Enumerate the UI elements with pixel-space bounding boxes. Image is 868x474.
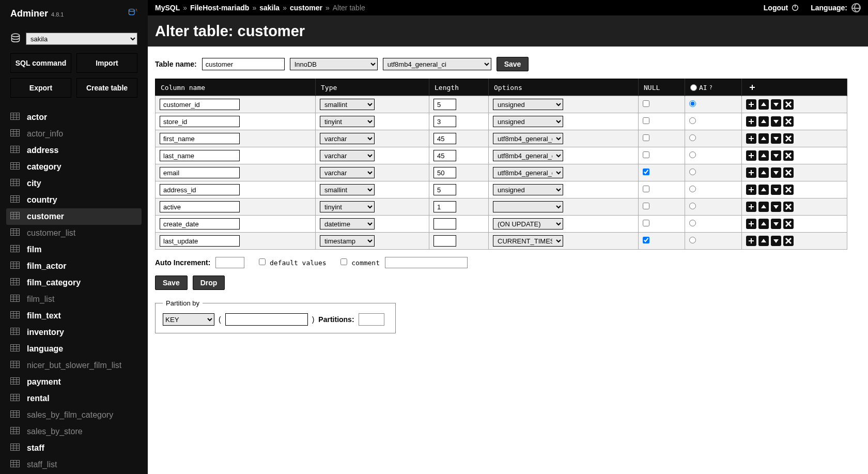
row-add-icon[interactable] — [746, 167, 756, 178]
row-up-icon[interactable] — [758, 167, 769, 178]
sidebar-table-item[interactable]: rental — [10, 390, 137, 407]
row-add-icon[interactable] — [746, 219, 756, 229]
column-options-select[interactable]: unsigned — [493, 116, 563, 127]
column-type-select[interactable]: smallint — [320, 99, 375, 110]
row-up-icon[interactable] — [758, 236, 769, 246]
row-remove-icon[interactable] — [783, 133, 794, 144]
export-button[interactable]: Export — [10, 78, 71, 98]
database-select[interactable]: sakila — [26, 33, 137, 45]
column-options-select[interactable] — [493, 201, 563, 212]
breadcrumb-item[interactable]: MySQL — [155, 4, 180, 12]
row-add-icon[interactable] — [746, 150, 756, 161]
row-add-icon[interactable] — [746, 133, 756, 144]
sidebar-table-item[interactable]: nicer_but_slower_film_list — [10, 357, 137, 374]
row-add-icon[interactable] — [746, 236, 756, 246]
save-button-bottom[interactable]: Save — [155, 276, 188, 290]
row-up-icon[interactable] — [758, 133, 769, 144]
column-type-select[interactable]: smallint — [320, 184, 375, 195]
partitions-count-input[interactable] — [359, 313, 384, 326]
row-up-icon[interactable] — [758, 116, 769, 127]
sidebar-table-item[interactable]: language — [10, 341, 137, 357]
column-ai-radio[interactable] — [689, 100, 696, 107]
column-options-select[interactable]: unsigned — [493, 99, 563, 110]
column-ai-radio[interactable] — [689, 151, 696, 158]
sidebar-table-item[interactable]: staff_list — [10, 456, 137, 473]
import-button[interactable]: Import — [76, 53, 137, 73]
column-name-input[interactable] — [160, 150, 240, 161]
sidebar-table-item[interactable]: city — [10, 175, 137, 192]
breadcrumb-item[interactable]: FileHost-mariadb — [190, 4, 249, 12]
column-name-input[interactable] — [160, 201, 240, 212]
sidebar-table-item[interactable]: film_category — [10, 274, 137, 291]
column-length-input[interactable] — [433, 184, 456, 195]
row-up-icon[interactable] — [758, 99, 769, 110]
collation-select[interactable]: utf8mb4_general_ci — [383, 58, 491, 70]
brand[interactable]: Adminer 4.8.1 — [10, 8, 64, 19]
row-remove-icon[interactable] — [783, 185, 794, 195]
column-null-checkbox[interactable] — [643, 220, 649, 226]
column-ai-radio[interactable] — [689, 117, 696, 124]
row-remove-icon[interactable] — [783, 150, 794, 161]
column-ai-radio[interactable] — [689, 134, 696, 141]
sidebar-table-item[interactable]: sales_by_store — [10, 423, 137, 440]
sidebar-table-item[interactable]: actor — [10, 109, 137, 126]
add-column-button[interactable] — [747, 82, 757, 93]
row-up-icon[interactable] — [758, 219, 769, 229]
column-options-select[interactable]: unsigned — [493, 184, 563, 195]
row-add-icon[interactable] — [746, 202, 756, 212]
row-up-icon[interactable] — [758, 150, 769, 161]
column-name-input[interactable] — [160, 218, 240, 230]
column-length-input[interactable] — [433, 201, 456, 212]
row-up-icon[interactable] — [758, 185, 769, 195]
auto-increment-input[interactable] — [215, 257, 244, 268]
drop-button[interactable]: Drop — [193, 276, 225, 290]
column-ai-radio[interactable] — [689, 220, 696, 226]
db-sync-icon[interactable]: ↻? — [128, 8, 137, 19]
column-type-select[interactable]: datetime — [320, 218, 375, 230]
sidebar-table-item[interactable]: film_text — [10, 308, 137, 324]
column-length-input[interactable] — [433, 150, 456, 161]
sidebar-table-item[interactable]: staff — [10, 440, 137, 456]
column-null-checkbox[interactable] — [643, 151, 649, 158]
column-type-select[interactable]: tinyint — [320, 116, 375, 127]
logout-link[interactable]: Logout — [764, 4, 799, 12]
row-down-icon[interactable] — [771, 236, 781, 246]
sidebar-table-item[interactable]: country — [10, 192, 137, 208]
sidebar-table-item[interactable]: film_actor — [10, 258, 137, 274]
sidebar-table-item[interactable]: film — [10, 241, 137, 258]
sidebar-table-item[interactable]: customer_list — [10, 225, 137, 241]
row-up-icon[interactable] — [758, 202, 769, 212]
sidebar-table-item[interactable]: inventory — [10, 324, 137, 341]
column-length-input[interactable] — [433, 99, 456, 110]
column-name-input[interactable] — [160, 184, 240, 195]
create-table-button[interactable]: Create table — [76, 78, 137, 98]
column-null-checkbox[interactable] — [643, 186, 649, 192]
column-null-checkbox[interactable] — [643, 134, 649, 141]
sidebar-table-item[interactable]: address — [10, 142, 137, 159]
column-options-select[interactable]: utf8mb4_general_ci — [493, 167, 563, 178]
column-ai-radio[interactable] — [689, 186, 696, 192]
column-name-input[interactable] — [160, 167, 240, 178]
ai-none-radio[interactable] — [690, 84, 697, 91]
sidebar-table-item[interactable]: sales_by_film_category — [10, 407, 137, 423]
column-options-select[interactable]: utf8mb4_general_ci — [493, 150, 563, 161]
column-null-checkbox[interactable] — [643, 169, 649, 175]
breadcrumb-item[interactable]: customer — [290, 4, 322, 12]
row-add-icon[interactable] — [746, 185, 756, 195]
row-down-icon[interactable] — [771, 185, 781, 195]
column-name-input[interactable] — [160, 133, 240, 144]
row-remove-icon[interactable] — [783, 116, 794, 127]
row-down-icon[interactable] — [771, 116, 781, 127]
column-type-select[interactable]: varchar — [320, 167, 375, 178]
row-down-icon[interactable] — [771, 150, 781, 161]
column-name-input[interactable] — [160, 235, 240, 247]
column-length-input[interactable] — [433, 133, 456, 144]
row-remove-icon[interactable] — [783, 167, 794, 178]
sidebar-table-item[interactable]: payment — [10, 374, 137, 390]
row-down-icon[interactable] — [771, 99, 781, 110]
partition-expr-input[interactable] — [225, 313, 308, 326]
column-name-input[interactable] — [160, 99, 240, 110]
row-add-icon[interactable] — [746, 116, 756, 127]
column-ai-radio[interactable] — [689, 203, 696, 209]
column-type-select[interactable]: timestamp — [320, 235, 375, 247]
